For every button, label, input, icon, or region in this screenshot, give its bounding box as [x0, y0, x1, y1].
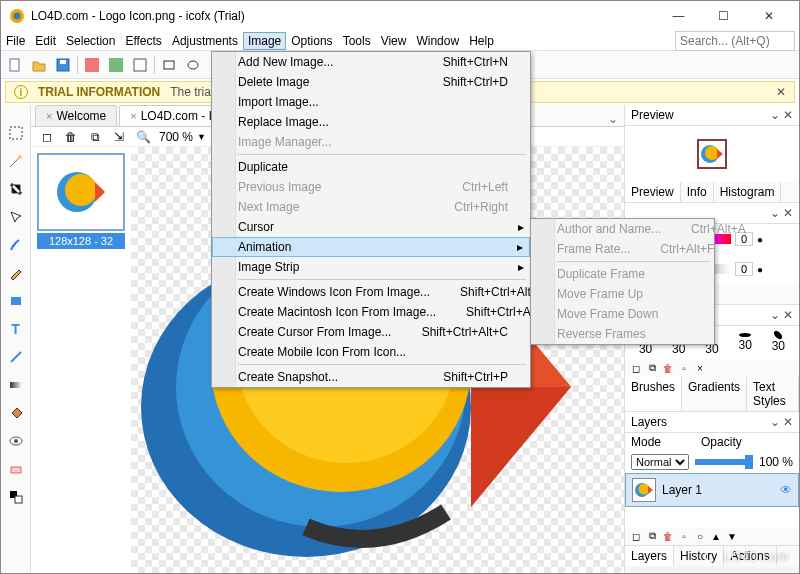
panel-collapse-icon[interactable]: ⌄ ✕ [770, 206, 793, 220]
menu-view[interactable]: View [376, 32, 412, 50]
minimize-button[interactable]: ― [656, 1, 701, 31]
menu-item[interactable]: Create Cursor From Image...Shift+Ctrl+Al… [212, 322, 530, 342]
layer-name: Layer 1 [662, 483, 702, 497]
brush-tab-textstyles[interactable]: Text Styles [747, 377, 799, 411]
menu-image[interactable]: Image [243, 32, 286, 50]
menu-adjustments[interactable]: Adjustments [167, 32, 243, 50]
menu-item[interactable]: Cursor▸ [212, 217, 530, 237]
layer-item[interactable]: Layer 1 👁 [625, 473, 799, 507]
menu-help[interactable]: Help [464, 32, 499, 50]
wand-tool-icon[interactable] [6, 151, 26, 171]
layer-copy-icon[interactable]: ⧉ [645, 529, 659, 543]
eye-tool-icon[interactable] [6, 431, 26, 451]
ellipse-icon[interactable] [183, 55, 203, 75]
pencil-tool-icon[interactable] [6, 263, 26, 283]
brush-trash-icon[interactable]: 🗑 [661, 361, 675, 375]
brush-new-icon[interactable]: ◻ [629, 361, 643, 375]
preview-tab-histogram[interactable]: Histogram [714, 182, 782, 202]
brush-preset[interactable]: 30 [766, 332, 790, 353]
open-file-icon[interactable] [29, 55, 49, 75]
menu-item[interactable]: Image Strip▸ [212, 257, 530, 277]
new-file-icon[interactable] [5, 55, 25, 75]
brush-edit-icon[interactable]: ▫ [677, 361, 691, 375]
brush-tab-gradients[interactable]: Gradients [682, 377, 747, 411]
close-icon[interactable]: × [130, 110, 136, 122]
line-tool-icon[interactable] [6, 347, 26, 367]
menu-tools[interactable]: Tools [338, 32, 376, 50]
preview-tab-info[interactable]: Info [681, 182, 714, 202]
search-input[interactable] [675, 31, 795, 51]
watermark: ↓ LO4D.com [704, 549, 789, 565]
opacity-slider[interactable] [695, 459, 753, 465]
svg-rect-2 [10, 59, 19, 71]
layer-up-icon[interactable]: ▲ [709, 529, 723, 543]
shape-tool-icon[interactable] [6, 291, 26, 311]
brush-tool-icon[interactable] [6, 235, 26, 255]
arrow-tool-icon[interactable] [6, 207, 26, 227]
zoom-dropdown-icon[interactable]: ▼ [197, 132, 206, 142]
menu-item[interactable]: Animation▸ [212, 237, 530, 257]
layers-mode-select[interactable]: Normal [631, 454, 689, 470]
layer-merge-icon[interactable]: ▫ [677, 529, 691, 543]
menu-item[interactable]: Add New Image...Shift+Ctrl+N [212, 52, 530, 72]
text-tool-icon[interactable]: T [6, 319, 26, 339]
menu-options[interactable]: Options [286, 32, 337, 50]
tool3-icon[interactable] [130, 55, 150, 75]
brush-preset[interactable]: 30 [733, 333, 757, 352]
menu-file[interactable]: File [1, 32, 30, 50]
menu-item[interactable]: Create Snapshot...Shift+Ctrl+P [212, 367, 530, 387]
info-icon: i [14, 85, 28, 99]
menu-effects[interactable]: Effects [120, 32, 166, 50]
doc-copy-icon[interactable]: ⧉ [85, 127, 105, 147]
app-icon [9, 8, 25, 24]
menu-item[interactable]: Replace Image... [212, 112, 530, 132]
bucket-tool-icon[interactable] [6, 403, 26, 423]
rect-icon[interactable] [159, 55, 179, 75]
swap-colors-icon[interactable] [6, 487, 26, 507]
eraser-tool-icon[interactable] [6, 459, 26, 479]
marquee-tool-icon[interactable] [6, 123, 26, 143]
close-icon[interactable]: × [46, 110, 52, 122]
doc-delete-icon[interactable]: 🗑 [61, 127, 81, 147]
doc-import-icon[interactable]: ⇲ [109, 127, 129, 147]
brush-copy-icon[interactable]: ⧉ [645, 361, 659, 375]
preview-tab-preview[interactable]: Preview [625, 182, 681, 202]
zoom-icon[interactable]: 🔍 [133, 127, 153, 147]
layer-down-icon[interactable]: ▼ [725, 529, 739, 543]
menu-item[interactable]: Create Macintosh Icon From Image...Shift… [212, 302, 530, 322]
preview-swatch [697, 139, 727, 169]
layer-trash-icon[interactable]: 🗑 [661, 529, 675, 543]
tool2-icon[interactable] [106, 55, 126, 75]
gradient-tool-icon[interactable] [6, 375, 26, 395]
layer-mask-icon[interactable]: ○ [693, 529, 707, 543]
tab-welcome[interactable]: × Welcome [35, 105, 117, 126]
brush-close-icon[interactable]: × [693, 361, 707, 375]
menu-item[interactable]: Create Windows Icon From Image...Shift+C… [212, 282, 530, 302]
channel-value[interactable]: 0 [735, 262, 753, 276]
doc-new-icon[interactable]: ◻ [37, 127, 57, 147]
menu-item[interactable]: Create Mobile Icon From Icon... [212, 342, 530, 362]
save-icon[interactable] [53, 55, 73, 75]
menu-item[interactable]: Duplicate [212, 157, 530, 177]
menu-edit[interactable]: Edit [30, 32, 61, 50]
maximize-button[interactable]: ☐ [701, 1, 746, 31]
tabs-overflow-icon[interactable]: ⌄ [608, 112, 618, 126]
trial-close-icon[interactable]: ✕ [776, 85, 786, 99]
panel-collapse-icon[interactable]: ⌄ ✕ [770, 308, 793, 322]
bottom-tab-layers[interactable]: Layers [625, 546, 674, 566]
brush-tab-brushes[interactable]: Brushes [625, 377, 682, 411]
tool1-icon[interactable] [82, 55, 102, 75]
menu-item[interactable]: Import Image... [212, 92, 530, 112]
visibility-icon[interactable]: 👁 [780, 483, 792, 497]
menu-item[interactable]: Delete ImageShift+Ctrl+D [212, 72, 530, 92]
menu-selection[interactable]: Selection [61, 32, 120, 50]
image-thumbnail[interactable] [37, 153, 125, 231]
layer-new-icon[interactable]: ◻ [629, 529, 643, 543]
close-window-button[interactable]: ✕ [746, 1, 791, 31]
panel-collapse-icon[interactable]: ⌄ ✕ [770, 415, 793, 429]
layers-toolbar: ◻ ⧉ 🗑 ▫ ○ ▲ ▼ [625, 527, 799, 545]
panel-collapse-icon[interactable]: ⌄ ✕ [770, 108, 793, 122]
svg-rect-18 [15, 496, 22, 503]
crop-tool-icon[interactable] [6, 179, 26, 199]
menu-window[interactable]: Window [411, 32, 464, 50]
